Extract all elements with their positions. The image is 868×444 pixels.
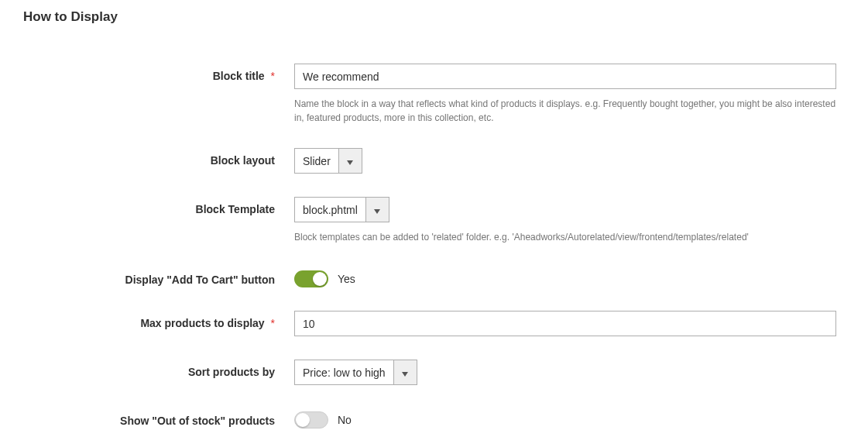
label-add-to-cart: Display "Add To Cart" button — [23, 267, 294, 286]
field-block-layout: Slider — [294, 148, 836, 174]
label-add-to-cart-text: Display "Add To Cart" button — [125, 274, 275, 286]
block-title-input[interactable] — [294, 64, 836, 89]
block-title-help: Name the block in a way that reflects wh… — [294, 97, 836, 125]
row-add-to-cart: Display "Add To Cart" button Yes — [23, 267, 845, 287]
field-sort-by: Price: low to high — [294, 360, 836, 385]
sort-by-dropdown-button[interactable] — [393, 360, 417, 384]
label-block-template-text: Block Template — [196, 203, 275, 215]
block-layout-dropdown-button[interactable] — [338, 149, 362, 173]
row-out-of-stock: Show "Out of stock" products No — [23, 408, 845, 429]
block-layout-value: Slider — [295, 149, 338, 173]
label-sort-by-text: Sort products by — [188, 366, 275, 378]
label-out-of-stock-text: Show "Out of stock" products — [120, 415, 275, 427]
out-of-stock-toggle-label: No — [338, 414, 352, 426]
field-max-products — [294, 311, 836, 336]
required-marker: * — [271, 70, 275, 82]
toggle-knob — [296, 413, 310, 427]
row-sort-by: Sort products by Price: low to high — [23, 360, 845, 385]
required-marker: * — [271, 317, 275, 329]
field-out-of-stock: No — [294, 408, 836, 429]
block-template-value: block.phtml — [295, 198, 365, 222]
label-block-layout: Block layout — [23, 148, 294, 167]
section-title: How to Display — [23, 9, 845, 25]
label-max-products: Max products to display * — [23, 311, 294, 329]
field-add-to-cart: Yes — [294, 267, 836, 287]
chevron-down-icon — [402, 367, 408, 379]
block-template-dropdown-button[interactable] — [365, 198, 389, 222]
field-block-template: block.phtml Block templates can be added… — [294, 197, 836, 244]
label-out-of-stock: Show "Out of stock" products — [23, 408, 294, 427]
max-products-input[interactable] — [294, 311, 836, 336]
chevron-down-icon — [374, 204, 380, 216]
label-block-template: Block Template — [23, 197, 294, 215]
row-block-template: Block Template block.phtml Block templat… — [23, 197, 845, 244]
block-layout-select[interactable]: Slider — [294, 148, 362, 174]
row-block-title: Block title * Name the block in a way th… — [23, 64, 845, 125]
row-max-products: Max products to display * — [23, 311, 845, 336]
label-block-layout-text: Block layout — [211, 154, 275, 167]
add-to-cart-toggle[interactable] — [294, 270, 328, 287]
out-of-stock-toggle[interactable] — [294, 411, 328, 429]
sort-by-value: Price: low to high — [295, 360, 393, 384]
label-sort-by: Sort products by — [23, 360, 294, 378]
sort-by-select[interactable]: Price: low to high — [294, 360, 417, 385]
toggle-knob — [313, 272, 327, 286]
field-block-title: Name the block in a way that reflects wh… — [294, 64, 836, 125]
label-max-products-text: Max products to display — [140, 317, 264, 329]
label-block-title-text: Block title — [213, 70, 265, 82]
chevron-down-icon — [347, 155, 353, 167]
block-template-help: Block templates can be added to 'related… — [294, 230, 836, 244]
add-to-cart-toggle-label: Yes — [338, 273, 355, 285]
row-block-layout: Block layout Slider — [23, 148, 845, 174]
label-block-title: Block title * — [23, 64, 294, 82]
block-template-select[interactable]: block.phtml — [294, 197, 389, 222]
